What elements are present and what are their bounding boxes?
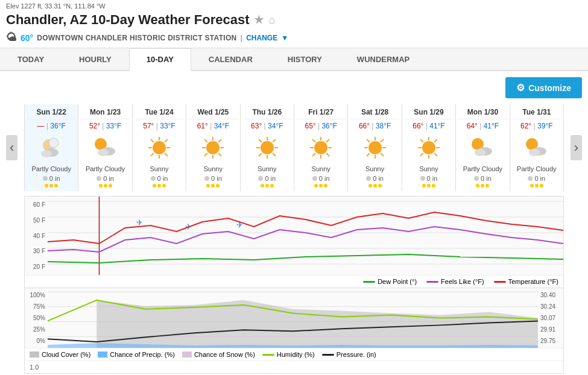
forecast-col-5[interactable]: Fri 1/27 65° | 36°F Sunny 0 in xyxy=(294,104,348,191)
svg-line-12 xyxy=(151,139,154,142)
forecast-icon-8 xyxy=(458,133,507,163)
forecast-col-8[interactable]: Mon 1/30 64° | 41°F Partly Cloudy 0 in xyxy=(456,104,510,191)
forecast-col-3[interactable]: Wed 1/25 61° | 34°F Sunny 0 in xyxy=(186,104,240,191)
temp-chart: 60 F 50 F 40 F 30 F 20 F ✈ ✈ ✈ xyxy=(25,197,563,275)
forecast-date-8: Mon 1/30 xyxy=(458,108,507,119)
tab-history[interactable]: HISTORY xyxy=(270,48,340,70)
forecast-temps-9: 62° | 39°F xyxy=(513,122,561,130)
chevron-down-icon: ▼ xyxy=(281,34,288,42)
temp-label-60: 60 F xyxy=(26,201,45,208)
feelslike-color xyxy=(426,281,438,283)
change-link[interactable]: CHANGE xyxy=(246,34,277,42)
main-content: ⚙ Customize ‹ › Sun 1/22 — | 36°F Partly… xyxy=(0,71,588,375)
next-forecast-button[interactable]: › xyxy=(571,135,582,160)
forecast-date-0: Sun 1/22 xyxy=(27,108,75,119)
forecast-col-7[interactable]: Sun 1/29 66° | 41°F Sunny 0 in xyxy=(402,104,456,191)
forecast-temps-7: 66° | 41°F xyxy=(405,122,453,130)
forecast-desc-7: Sunny xyxy=(405,165,453,172)
svg-line-33 xyxy=(259,153,262,156)
tab-10day[interactable]: 10-DAY xyxy=(129,48,191,71)
forecast-precip-2: 0 in xyxy=(135,175,183,182)
pressure-label-5: 29.75 xyxy=(540,338,562,344)
svg-line-15 xyxy=(151,153,154,156)
favorite-star-icon[interactable]: ★ xyxy=(254,13,264,27)
forecast-precip-9: 0 in xyxy=(513,175,561,182)
sun-dots-8 xyxy=(458,184,507,188)
forecast-date-7: Sun 1/29 xyxy=(405,108,453,119)
forecast-icon-2 xyxy=(135,133,183,163)
svg-line-22 xyxy=(218,153,221,156)
pressure-label-2: 30.24 xyxy=(540,303,562,310)
sun-dots-2 xyxy=(135,184,183,188)
top-bar: Elev 1227 ft, 33.31 °N, 111.84 °W Chandl… xyxy=(0,0,588,48)
forecast-date-9: Tue 1/31 xyxy=(513,108,561,119)
pressure-label-4: 29.91 xyxy=(540,326,562,333)
forecast-precip-1: 0 in xyxy=(81,175,129,182)
svg-point-52 xyxy=(422,141,435,154)
humidity-label: Humidity (%) xyxy=(277,351,315,358)
sun-dots-9 xyxy=(513,184,561,188)
forecast-temps-1: 52° | 33°F xyxy=(81,122,129,130)
forecast-col-6[interactable]: Sat 1/28 66° | 38°F Sunny 0 in xyxy=(348,104,402,191)
precip-label: Chance of Precip. (%) xyxy=(110,351,175,358)
snow-color xyxy=(182,351,192,358)
station-temp: 60° xyxy=(21,33,33,43)
svg-point-25 xyxy=(261,141,274,154)
page-title: Chandler, AZ 10-Day Weather Forecast xyxy=(6,12,249,28)
temp-label-40: 40 F xyxy=(26,233,45,239)
forecast-desc-3: Sunny xyxy=(189,165,237,172)
forecast-col-2[interactable]: Tue 1/24 57° | 33°F Sunny 0 in xyxy=(133,104,186,191)
svg-point-16 xyxy=(206,141,220,154)
forecast-temps-2: 57° | 33°F xyxy=(135,122,183,130)
pressure-color xyxy=(322,354,334,356)
tab-calendar[interactable]: CALENDAR xyxy=(191,48,270,70)
forecast-desc-4: Sunny xyxy=(243,165,291,172)
svg-line-13 xyxy=(165,153,168,156)
forecast-container: ‹ › Sun 1/22 — | 36°F Partly Cloudy 0 in… xyxy=(6,104,582,191)
forecast-desc-6: Sunny xyxy=(350,165,399,172)
forecast-precip-6: 0 in xyxy=(350,175,399,182)
svg-point-43 xyxy=(368,141,382,154)
legend-temperature: Temperature (°F) xyxy=(494,278,558,285)
tab-hourly[interactable]: HOURLY xyxy=(62,48,129,70)
customize-button[interactable]: ⚙ Customize xyxy=(505,77,582,98)
gear-icon: ⚙ xyxy=(516,82,525,93)
home-icon[interactable]: ⌂ xyxy=(268,14,275,27)
temp-chart-legend: Dew Point (°) Feels Like (°F) Temperatur… xyxy=(25,275,563,288)
legend-humidity: Humidity (%) xyxy=(262,351,315,358)
pressure-label-3: 30.07 xyxy=(540,315,562,321)
forecast-col-0[interactable]: Sun 1/22 — | 36°F Partly Cloudy 0 in xyxy=(25,104,78,191)
dewpoint-color xyxy=(363,281,375,283)
tab-today[interactable]: TODAY xyxy=(0,48,62,70)
feelslike-label: Feels Like (°F) xyxy=(441,278,484,285)
cloud-cover-color xyxy=(30,351,39,358)
forecast-icon-0 xyxy=(27,133,75,163)
forecast-col-4[interactable]: Thu 1/26 63° | 34°F Sunny 0 in xyxy=(241,104,294,191)
tab-wundermap[interactable]: WUNDERMAP xyxy=(340,48,427,70)
lower-chart: 100% 75% 50% 25% 0% 30.40 30.24 30.07 29… xyxy=(25,288,563,348)
svg-line-24 xyxy=(204,153,207,156)
svg-point-3 xyxy=(41,150,52,157)
forecast-col-1[interactable]: Mon 1/23 52° | 33°F Partly Cloudy 0 in xyxy=(78,104,132,191)
legend-snow: Chance of Snow (%) xyxy=(182,351,255,358)
svg-line-30 xyxy=(259,139,262,142)
svg-line-23 xyxy=(218,139,221,142)
sun-dots-7 xyxy=(405,184,453,188)
svg-line-51 xyxy=(367,153,370,156)
separator: | xyxy=(241,33,243,42)
sun-dots-3 xyxy=(189,184,237,188)
prev-forecast-button[interactable]: ‹ xyxy=(6,135,17,160)
forecast-icon-9 xyxy=(513,133,561,163)
forecast-date-1: Mon 1/23 xyxy=(81,108,129,119)
sun-dots-4 xyxy=(243,184,291,188)
forecast-col-9[interactable]: Tue 1/31 62° | 39°F Partly Cloudy 0 in xyxy=(510,104,564,191)
forecast-desc-8: Partly Cloudy xyxy=(458,165,507,172)
legend-precip: Chance of Precip. (%) xyxy=(98,351,175,358)
svg-line-14 xyxy=(165,139,168,142)
snow-label: Chance of Snow (%) xyxy=(194,351,255,358)
forecast-precip-4: 0 in xyxy=(243,175,291,182)
cloud-cover-label: Cloud Cover (%) xyxy=(42,351,90,358)
sun-icon: 🌤 xyxy=(6,31,17,44)
customize-label: Customize xyxy=(528,83,571,93)
forecast-icon-5 xyxy=(297,133,345,163)
